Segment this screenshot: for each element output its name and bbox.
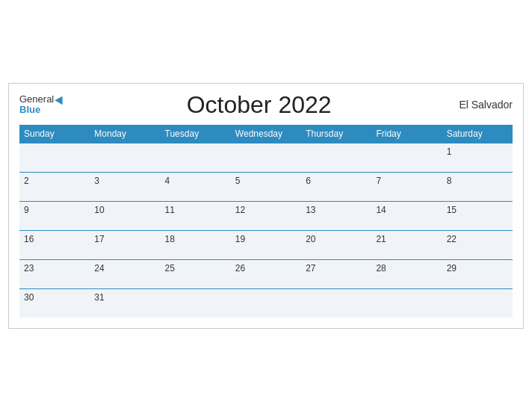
day-number: 15 <box>447 205 457 215</box>
day-number: 6 <box>306 176 311 186</box>
day-number: 11 <box>165 205 175 215</box>
calendar-week-row: 3031 <box>19 288 513 318</box>
day-number: 5 <box>235 176 241 186</box>
day-number: 16 <box>24 234 34 244</box>
calendar-day-cell: 15 <box>442 201 513 230</box>
calendar-day-cell: 31 <box>90 288 160 318</box>
calendar-day-cell: 3 <box>90 172 160 201</box>
calendar-day-cell: 6 <box>301 172 371 201</box>
day-number: 19 <box>235 234 245 244</box>
calendar-day-cell: 17 <box>90 230 160 259</box>
calendar-day-cell: 23 <box>19 259 90 288</box>
calendar-week-row: 23242526272829 <box>19 259 513 288</box>
day-number: 22 <box>447 234 457 244</box>
calendar-day-cell: 16 <box>19 230 90 259</box>
calendar-week-row: 1 <box>19 143 513 172</box>
calendar-day-cell: 9 <box>19 201 90 230</box>
calendar-day-cell: 2 <box>19 172 90 201</box>
day-number: 26 <box>235 263 245 274</box>
day-header-monday: Monday <box>90 125 160 143</box>
calendar: General Blue October 2022 El Salvador Su… <box>8 83 524 329</box>
day-number: 12 <box>235 205 245 215</box>
days-of-week-row: SundayMondayTuesdayWednesdayThursdayFrid… <box>19 125 513 143</box>
calendar-day-cell <box>301 288 371 318</box>
day-header-sunday: Sunday <box>19 125 90 143</box>
calendar-day-cell: 20 <box>301 230 371 259</box>
day-header-friday: Friday <box>371 125 442 143</box>
calendar-day-cell: 26 <box>231 259 301 288</box>
calendar-day-cell <box>161 288 231 318</box>
calendar-day-cell: 18 <box>161 230 231 259</box>
calendar-day-cell <box>19 143 90 172</box>
calendar-day-cell: 5 <box>231 172 301 201</box>
day-header-thursday: Thursday <box>301 125 371 143</box>
calendar-day-cell <box>90 143 160 172</box>
calendar-week-row: 2345678 <box>19 172 513 201</box>
day-number: 31 <box>94 292 104 303</box>
calendar-day-cell: 8 <box>442 172 513 201</box>
day-number: 10 <box>94 205 104 215</box>
calendar-day-cell: 24 <box>90 259 160 288</box>
month-title: October 2022 <box>65 91 453 119</box>
day-number: 25 <box>165 263 175 274</box>
day-number: 20 <box>306 234 315 244</box>
logo: General Blue <box>19 94 65 116</box>
day-number: 21 <box>376 234 386 244</box>
day-number: 7 <box>376 176 381 186</box>
calendar-day-cell: 14 <box>371 201 442 230</box>
day-header-saturday: Saturday <box>442 125 513 143</box>
calendar-day-cell: 28 <box>371 259 442 288</box>
calendar-day-cell: 10 <box>90 201 160 230</box>
day-number: 3 <box>94 176 99 186</box>
calendar-week-row: 16171819202122 <box>19 230 513 259</box>
calendar-table: SundayMondayTuesdayWednesdayThursdayFrid… <box>19 125 513 318</box>
calendar-day-cell: 11 <box>161 201 231 230</box>
day-header-tuesday: Tuesday <box>161 125 231 143</box>
day-number: 1 <box>447 146 452 157</box>
day-number: 29 <box>447 263 457 274</box>
calendar-day-cell <box>301 143 371 172</box>
calendar-day-cell: 25 <box>161 259 231 288</box>
calendar-day-cell <box>371 288 442 318</box>
calendar-day-cell <box>231 143 301 172</box>
calendar-header-row: SundayMondayTuesdayWednesdayThursdayFrid… <box>19 125 513 143</box>
calendar-day-cell: 29 <box>442 259 513 288</box>
calendar-day-cell: 27 <box>301 259 371 288</box>
logo-general-text: General <box>19 94 54 105</box>
day-number: 8 <box>447 176 452 186</box>
day-number: 30 <box>24 292 34 303</box>
calendar-day-cell <box>161 143 231 172</box>
calendar-day-cell: 19 <box>231 230 301 259</box>
calendar-day-cell: 22 <box>442 230 513 259</box>
calendar-day-cell: 30 <box>19 288 90 318</box>
day-number: 9 <box>24 205 29 215</box>
day-number: 28 <box>376 263 386 274</box>
calendar-day-cell: 1 <box>442 143 513 172</box>
calendar-day-cell: 21 <box>371 230 442 259</box>
calendar-week-row: 9101112131415 <box>19 201 513 230</box>
calendar-day-cell: 4 <box>161 172 231 201</box>
day-number: 4 <box>165 176 170 186</box>
calendar-day-cell: 7 <box>371 172 442 201</box>
day-number: 14 <box>376 205 386 215</box>
day-number: 17 <box>94 234 104 244</box>
day-number: 24 <box>94 263 104 274</box>
calendar-header: General Blue October 2022 El Salvador <box>19 91 513 119</box>
calendar-day-cell <box>231 288 301 318</box>
day-number: 13 <box>306 205 315 215</box>
day-number: 18 <box>165 234 175 244</box>
day-number: 27 <box>306 263 315 274</box>
logo-blue-text: Blue <box>19 105 40 115</box>
day-number: 2 <box>24 176 29 186</box>
calendar-day-cell <box>371 143 442 172</box>
day-number: 23 <box>24 263 34 274</box>
calendar-day-cell: 13 <box>301 201 371 230</box>
calendar-day-cell: 12 <box>231 201 301 230</box>
calendar-body: 1234567891011121314151617181920212223242… <box>19 143 513 318</box>
country-label: El Salvador <box>453 99 513 111</box>
day-header-wednesday: Wednesday <box>231 125 301 143</box>
calendar-day-cell <box>442 288 513 318</box>
